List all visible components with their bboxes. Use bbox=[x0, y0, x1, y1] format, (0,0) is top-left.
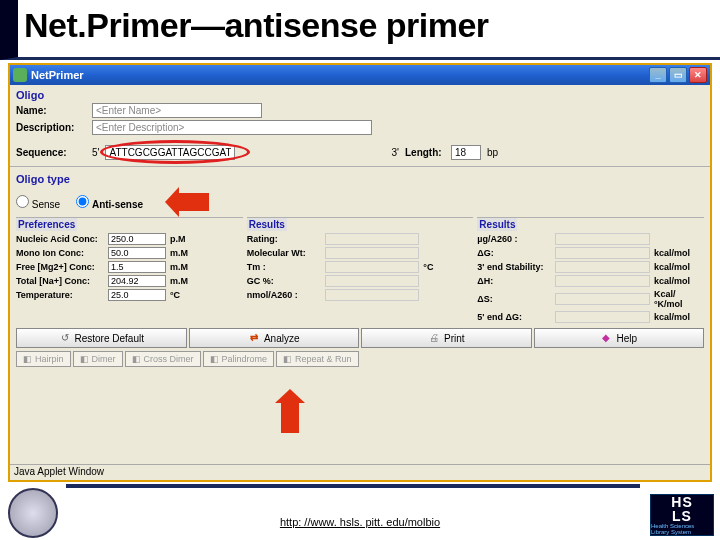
ug-output bbox=[555, 233, 650, 245]
mono-ion-conc-input[interactable] bbox=[108, 247, 166, 259]
tab-cross-dimer[interactable]: Cross Dimer bbox=[125, 351, 201, 367]
tab-repeat-run[interactable]: Repeat & Run bbox=[276, 351, 359, 367]
titlebar[interactable]: NetPrimer _ ▭ ✕ bbox=[10, 65, 710, 85]
results-label: Results bbox=[247, 218, 287, 231]
help-icon bbox=[600, 332, 612, 344]
free-mg-conc-input[interactable] bbox=[108, 261, 166, 273]
tm-output bbox=[325, 261, 420, 273]
close-button[interactable]: ✕ bbox=[689, 67, 707, 83]
university-seal-icon bbox=[8, 488, 58, 538]
antisense-label: Anti-sense bbox=[92, 199, 143, 210]
name-label: Name: bbox=[16, 105, 86, 116]
result-label: µg/A260 : bbox=[477, 234, 551, 244]
pref-unit: m.M bbox=[170, 262, 196, 272]
tab-label: Cross Dimer bbox=[144, 354, 194, 364]
result-unit: kcal/mol bbox=[654, 262, 704, 272]
tab-palindrome[interactable]: Palindrome bbox=[203, 351, 275, 367]
result-unit: Kcal/°K/mol bbox=[654, 289, 704, 309]
nucleic-acid-conc-input[interactable] bbox=[108, 233, 166, 245]
window-title: NetPrimer bbox=[31, 69, 647, 81]
sequence-label: Sequence: bbox=[16, 147, 86, 158]
tab-label: Dimer bbox=[92, 354, 116, 364]
analyze-button[interactable]: Analyze bbox=[189, 328, 360, 348]
restore-default-button[interactable]: Restore Default bbox=[16, 328, 187, 348]
five-prime-label: 5' bbox=[92, 147, 99, 158]
sense-label: Sense bbox=[32, 199, 60, 210]
pref-label: Nucleic Acid Conc: bbox=[16, 234, 104, 244]
netprimer-window: NetPrimer _ ▭ ✕ Oligo Name: Description:… bbox=[8, 63, 712, 482]
oligo-section-label: Oligo bbox=[16, 89, 704, 101]
print-button[interactable]: Print bbox=[361, 328, 532, 348]
nmol-output bbox=[325, 289, 420, 301]
result-label: GC %: bbox=[247, 276, 321, 286]
tab-icon bbox=[80, 354, 89, 364]
restore-icon bbox=[59, 332, 71, 344]
slide-title: Net.Primer—antisense primer bbox=[22, 0, 720, 45]
result-unit: kcal/mol bbox=[654, 312, 704, 322]
rating-output bbox=[325, 233, 420, 245]
result-label: Molecular Wt: bbox=[247, 248, 321, 258]
dh-output bbox=[555, 275, 650, 287]
app-icon bbox=[13, 68, 27, 82]
preferences-panel: Preferences Nucleic Acid Conc:p.M Mono I… bbox=[16, 217, 243, 325]
result-label: ΔH: bbox=[477, 276, 551, 286]
restore-label: Restore Default bbox=[75, 333, 144, 344]
description-label: Description: bbox=[16, 122, 86, 133]
result-label: ΔS: bbox=[477, 294, 551, 304]
pref-unit: °C bbox=[170, 290, 196, 300]
sense-radio[interactable]: Sense bbox=[16, 195, 60, 210]
highlight-arrow-antisense bbox=[165, 191, 209, 213]
analyze-label: Analyze bbox=[264, 333, 300, 344]
pref-label: Free [Mg2+] Conc: bbox=[16, 262, 104, 272]
result-label: 5' end ΔG: bbox=[477, 312, 551, 322]
temperature-input[interactable] bbox=[108, 289, 166, 301]
highlight-arrow-analyze bbox=[279, 389, 301, 433]
gc-output bbox=[325, 275, 420, 287]
tab-label: Repeat & Run bbox=[295, 354, 352, 364]
oligo-type-section-label: Oligo type bbox=[16, 173, 704, 185]
result-label: Tm : bbox=[247, 262, 321, 272]
antisense-radio[interactable]: Anti-sense bbox=[76, 195, 143, 210]
tab-dimer[interactable]: Dimer bbox=[73, 351, 123, 367]
result-unit: kcal/mol bbox=[654, 248, 704, 258]
description-input[interactable] bbox=[92, 120, 372, 135]
pref-unit: m.M bbox=[170, 248, 196, 258]
preferences-label: Preferences bbox=[16, 218, 77, 231]
pref-label: Mono Ion Conc: bbox=[16, 248, 104, 258]
pref-unit: p.M bbox=[170, 234, 196, 244]
results-label-2: Results bbox=[477, 218, 517, 231]
results-panel-1: Results Rating: Molecular Wt: Tm :°C GC … bbox=[247, 217, 474, 325]
help-label: Help bbox=[616, 333, 637, 344]
length-label: Length: bbox=[405, 147, 445, 158]
length-unit: bp bbox=[487, 147, 498, 158]
total-na-conc-input[interactable] bbox=[108, 275, 166, 287]
ds-output bbox=[555, 293, 650, 305]
result-label: ΔG: bbox=[477, 248, 551, 258]
five-end-dg-output bbox=[555, 311, 650, 323]
tab-icon bbox=[283, 354, 292, 364]
help-button[interactable]: Help bbox=[534, 328, 705, 348]
pref-unit: m.M bbox=[170, 276, 196, 286]
length-output bbox=[451, 145, 481, 160]
footer-url-link[interactable]: http: //www. hsls. pitt. edu/molbio bbox=[0, 516, 720, 528]
result-unit: °C bbox=[423, 262, 473, 272]
pref-label: Temperature: bbox=[16, 290, 104, 300]
tab-hairpin[interactable]: Hairpin bbox=[16, 351, 71, 367]
dg-output bbox=[555, 247, 650, 259]
print-label: Print bbox=[444, 333, 465, 344]
footer-rule bbox=[66, 484, 640, 488]
results-panel-2: Results µg/A260 : ΔG:kcal/mol 3' end Sta… bbox=[477, 217, 704, 325]
analyze-icon bbox=[248, 332, 260, 344]
result-label: Rating: bbox=[247, 234, 321, 244]
sequence-input[interactable] bbox=[105, 145, 235, 160]
tab-icon bbox=[132, 354, 141, 364]
hsls-logo: HSLSHealth Sciences Library System bbox=[650, 494, 714, 536]
print-icon bbox=[428, 332, 440, 344]
minimize-button[interactable]: _ bbox=[649, 67, 667, 83]
tab-icon bbox=[210, 354, 219, 364]
name-input[interactable] bbox=[92, 103, 262, 118]
pref-label: Total [Na+] Conc: bbox=[16, 276, 104, 286]
maximize-button[interactable]: ▭ bbox=[669, 67, 687, 83]
result-unit: kcal/mol bbox=[654, 276, 704, 286]
mw-output bbox=[325, 247, 420, 259]
